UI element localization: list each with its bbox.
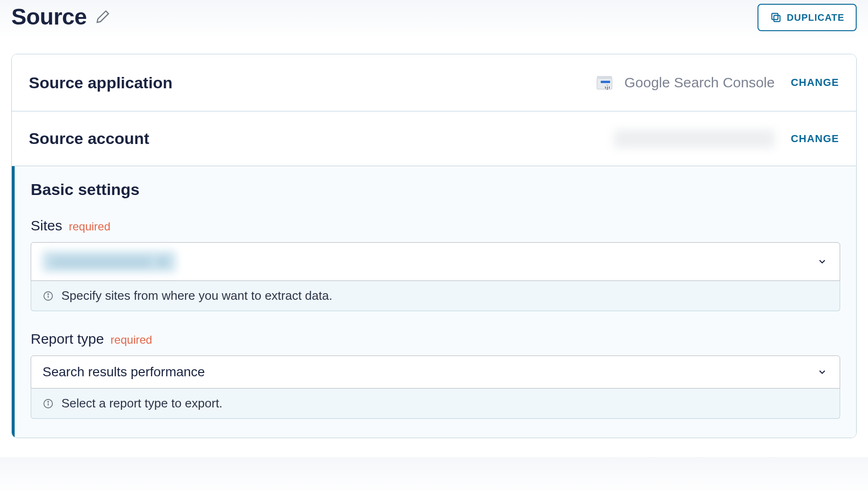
- source-account-value: [614, 130, 774, 148]
- svg-rect-1: [772, 13, 778, 19]
- report-type-required-tag: required: [111, 333, 152, 347]
- svg-rect-6: [606, 86, 607, 89]
- page-title-wrap: Source: [11, 4, 111, 30]
- source-account-label: Source account: [29, 129, 149, 148]
- report-type-selected-value: Search results performance: [43, 364, 205, 380]
- source-application-value: Google Search Console: [624, 75, 775, 91]
- chevron-down-icon: [817, 256, 827, 267]
- svg-rect-4: [601, 81, 610, 83]
- sites-label: Sites: [31, 218, 62, 234]
- gsc-logo-icon: [594, 72, 615, 93]
- svg-rect-3: [597, 76, 612, 79]
- svg-rect-2: [597, 78, 612, 89]
- svg-point-14: [48, 401, 49, 402]
- sites-select[interactable]: xxxxxxxxxxxxxxx ●: [31, 242, 840, 281]
- info-icon: [43, 398, 54, 409]
- source-application-section: Source application Go: [12, 54, 856, 111]
- svg-rect-7: [608, 86, 609, 89]
- svg-point-11: [48, 294, 49, 295]
- sites-selected-pill: xxxxxxxxxxxxxxx ●: [43, 251, 176, 272]
- change-application-link[interactable]: CHANGE: [791, 76, 839, 89]
- duplicate-button[interactable]: DUPLICATE: [757, 4, 857, 31]
- source-application-label: Source application: [29, 74, 172, 92]
- sites-hint-box: Specify sites from where you want to ext…: [31, 281, 840, 311]
- page-header: Source DUPLICATE: [11, 0, 857, 54]
- sites-field: Sites required xxxxxxxxxxxxxxx ●: [31, 218, 840, 311]
- basic-settings-section: Basic settings Sites required xxxxxxxxxx…: [12, 166, 856, 438]
- report-type-select[interactable]: Search results performance: [31, 356, 840, 389]
- report-type-hint-text: Select a report type to export.: [61, 396, 222, 411]
- report-type-label: Report type: [31, 331, 104, 347]
- duplicate-label: DUPLICATE: [787, 12, 844, 23]
- sites-hint-text: Specify sites from where you want to ext…: [61, 288, 332, 303]
- edit-icon[interactable]: [94, 9, 111, 25]
- source-application-value-group: Google Search Console: [594, 72, 775, 93]
- page-title: Source: [11, 4, 87, 30]
- chevron-down-icon: [817, 367, 827, 377]
- basic-settings-heading: Basic settings: [31, 180, 840, 199]
- duplicate-icon: [770, 11, 782, 24]
- report-type-hint-box: Select a report type to export.: [31, 389, 840, 419]
- source-card: Source application Go: [11, 54, 857, 438]
- sites-required-tag: required: [69, 220, 111, 233]
- report-type-field: Report type required Search results perf…: [31, 331, 840, 419]
- source-account-section: Source account CHANGE: [12, 111, 856, 166]
- info-icon: [43, 290, 54, 302]
- svg-rect-8: [605, 85, 609, 86]
- change-account-link[interactable]: CHANGE: [791, 133, 839, 145]
- svg-rect-0: [774, 16, 780, 22]
